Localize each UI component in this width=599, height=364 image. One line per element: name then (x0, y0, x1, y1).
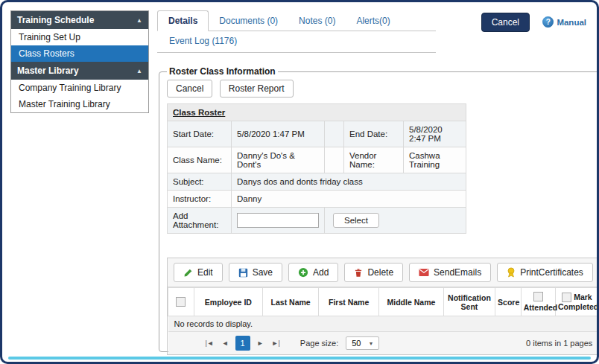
class-name-label: Class Name: (168, 147, 232, 173)
save-button[interactable]: Save (229, 263, 282, 282)
vendor-name-value: Cashwa Training (404, 147, 466, 173)
certificate-icon (507, 267, 516, 278)
topbar: Details Documents (0) Notes (0) Alerts(0… (157, 10, 588, 53)
roster-legend: Roster Class Information (167, 66, 278, 77)
section-header-label: Training Schedule (17, 15, 94, 25)
col-middle-name: Middle Name (379, 288, 444, 316)
delete-button[interactable]: Delete (344, 263, 403, 282)
col-mark-completed: Mark Completed (555, 288, 598, 316)
vendor-name-label: Vendor Name: (344, 147, 404, 173)
tab-alerts[interactable]: Alerts(0) (346, 11, 400, 31)
print-certificates-button[interactable]: PrintCertificates (497, 263, 593, 282)
section-header-label: Master Library (17, 66, 79, 76)
tab-event-log[interactable]: Event Log (1176) (159, 36, 436, 46)
roster-grid-table: Employee ID Last Name First Name Middle … (168, 287, 599, 354)
sidebar-item-class-rosters[interactable]: Class Rosters (11, 45, 148, 62)
sidebar-item-company-training-library[interactable]: Company Training Library (11, 80, 148, 96)
tab-notes[interactable]: Notes (0) (288, 11, 346, 31)
cancel-button-top[interactable]: Cancel (481, 13, 530, 32)
items-count: 0 items in 1 pages (526, 339, 592, 348)
col-score: Score (495, 288, 522, 316)
class-roster-table: Class Roster Start Date: 5/8/2020 1:47 P… (167, 103, 466, 234)
spacer-cell (325, 147, 344, 173)
save-disk-icon (238, 268, 248, 278)
sidebar-section-training-schedule[interactable]: Training Schedule ▲ (11, 11, 148, 29)
email-icon (419, 268, 429, 277)
help-icon: ? (542, 16, 554, 28)
add-circle-icon (298, 267, 308, 278)
pager-first-button[interactable]: |◄ (203, 337, 217, 349)
col-attended: Attended (521, 288, 555, 316)
pager-prev-button[interactable]: ◄ (219, 337, 232, 349)
pager: |◄ ◄ 1 ► ►| Page size: 50 ▼ (168, 332, 599, 355)
add-attachment-label: Add Attachment: (168, 208, 232, 234)
class-name-value: Danny's Do's & Dont's (232, 147, 325, 173)
sidebar-item-training-set-up[interactable]: Training Set Up (11, 29, 148, 45)
cancel-button-roster[interactable]: Cancel (167, 80, 212, 98)
roster-report-button[interactable]: Roster Report (220, 80, 294, 98)
subject-value: Danys dos and donts friday class (232, 173, 466, 191)
collapse-icon: ▲ (136, 17, 142, 24)
grid-toolbar: Edit Save Add Delete (168, 258, 599, 287)
mark-completed-all-checkbox[interactable] (562, 293, 571, 302)
tab-strip: Details Documents (0) Notes (0) Alerts(0… (157, 10, 436, 53)
tab-documents[interactable]: Documents (0) (209, 11, 288, 31)
sidebar-item-master-training-library[interactable]: Master Training Library (11, 96, 148, 112)
bottom-scroll-strip[interactable] (8, 357, 591, 360)
col-select (168, 288, 194, 316)
page-size-value: 50 (352, 339, 361, 348)
start-date-value: 5/8/2020 1:47 PM (232, 121, 325, 147)
end-date-value: 5/8/2020 2:47 PM (404, 121, 466, 147)
spacer-cell (325, 121, 344, 147)
add-button[interactable]: Add (288, 263, 338, 282)
sidebar: Training Schedule ▲ Training Set Up Clas… (10, 10, 149, 113)
empty-grid-message: No records to display. (168, 316, 599, 332)
start-date-label: Start Date: (168, 121, 232, 147)
col-employee-id: Employee ID (194, 288, 262, 316)
manual-link[interactable]: ? Manual (542, 16, 586, 28)
edit-button[interactable]: Edit (174, 263, 223, 282)
app-window: Training Schedule ▲ Training Set Up Clas… (0, 0, 599, 364)
instructor-label: Instructor: (168, 191, 232, 208)
page-size-label: Page size: (300, 339, 338, 348)
tab-details[interactable]: Details (157, 10, 209, 31)
subject-label: Subject: (168, 173, 232, 191)
col-last-name: Last Name (263, 288, 319, 316)
send-emails-button[interactable]: SendEmails (409, 263, 491, 282)
pager-page-button[interactable]: 1 (235, 336, 250, 351)
chevron-down-icon: ▼ (368, 341, 373, 346)
edit-pencil-icon (183, 268, 193, 278)
instructor-value: Danny (232, 191, 466, 208)
select-attachment-button[interactable]: Select (333, 213, 379, 228)
sidebar-section-master-library[interactable]: Master Library ▲ (11, 62, 148, 80)
attachment-input[interactable] (237, 213, 319, 228)
select-all-checkbox[interactable] (176, 297, 186, 307)
class-roster-title: Class Roster (168, 104, 466, 121)
pager-controls: |◄ ◄ 1 ► ►| Page size: 50 ▼ (203, 336, 380, 351)
roster-grid: Edit Save Add Delete (167, 258, 599, 355)
attended-all-checkbox[interactable] (533, 292, 543, 301)
page-size-select[interactable]: 50 ▼ (346, 336, 379, 350)
pager-last-button[interactable]: ►| (269, 337, 283, 349)
collapse-icon: ▲ (136, 68, 142, 74)
delete-trash-icon (354, 268, 363, 278)
end-date-label: End Date: (344, 121, 404, 147)
roster-actions: Cancel Roster Report (167, 80, 599, 98)
col-first-name: First Name (319, 288, 379, 316)
main-panel: Details Documents (0) Notes (0) Alerts(0… (157, 10, 588, 354)
col-notification-sent: Notification Sent (443, 288, 495, 316)
roster-class-information: Roster Class Information Cancel Roster R… (159, 66, 599, 352)
manual-label: Manual (557, 18, 586, 27)
pager-next-button[interactable]: ► (254, 337, 267, 349)
